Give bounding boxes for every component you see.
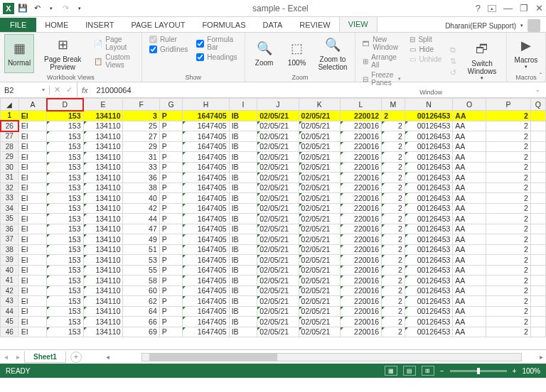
collapse-ribbon-icon[interactable]: ˆ (540, 72, 542, 80)
cell[interactable]: 02/05/21 (299, 203, 340, 214)
cell[interactable]: EI (18, 162, 47, 173)
cell[interactable]: 2 (486, 173, 530, 183)
cell[interactable]: EI (18, 234, 47, 245)
cell[interactable]: 00126453 (405, 203, 453, 214)
pagebreak-button[interactable]: ⊞Page Break Preview (37, 34, 88, 73)
cell[interactable]: 2 (382, 131, 405, 142)
cell[interactable]: 134110 (83, 306, 123, 317)
cell[interactable]: 2 (486, 121, 530, 131)
cell[interactable]: IB (229, 327, 257, 337)
row-header[interactable]: 39 (1, 255, 19, 266)
cell[interactable]: 02/05/21 (299, 285, 340, 296)
cell[interactable]: 153 (47, 203, 83, 214)
cell[interactable]: EI (18, 214, 47, 224)
cell[interactable]: 2 (382, 276, 405, 286)
row-header[interactable]: 33 (1, 193, 19, 204)
cell[interactable]: 1647405 (183, 162, 229, 173)
cell[interactable]: 02/05/21 (257, 265, 299, 276)
cell[interactable]: EI (18, 121, 47, 131)
row-header[interactable]: 42 (1, 285, 19, 296)
row-header[interactable]: 31 (1, 173, 19, 183)
cell[interactable]: 2 (486, 183, 530, 193)
cell[interactable] (530, 141, 545, 152)
col-header-M[interactable]: M (382, 99, 405, 111)
cell[interactable]: 02/05/21 (299, 121, 340, 131)
cell[interactable]: AA (453, 306, 486, 317)
cell[interactable] (530, 131, 545, 142)
fx-icon[interactable]: fx (77, 86, 92, 94)
user-name[interactable]: Dharani(ERP Support) (445, 22, 516, 30)
cell[interactable]: 02/05/21 (257, 203, 299, 214)
cell[interactable]: EI (18, 183, 47, 193)
cell[interactable]: 220016 (340, 285, 381, 296)
cell[interactable]: 1647405 (183, 244, 229, 255)
cell[interactable]: 153 (47, 152, 83, 163)
col-header-Q[interactable]: Q (530, 99, 545, 111)
cell[interactable]: 1647405 (183, 224, 229, 234)
cell[interactable]: 25 (123, 121, 159, 131)
tab-data[interactable]: DATA (255, 18, 291, 32)
cell[interactable]: 60 (123, 285, 159, 296)
tab-formulas[interactable]: FORMULAS (193, 18, 254, 32)
cell[interactable]: 220016 (340, 327, 381, 337)
cell[interactable]: EI (18, 296, 47, 307)
undo-dd[interactable]: ▾ (46, 3, 57, 14)
cell[interactable]: 134110 (83, 214, 123, 224)
cell[interactable]: 02/05/21 (299, 162, 340, 173)
cell[interactable]: 220016 (340, 255, 381, 266)
row-header[interactable]: 32 (1, 183, 19, 193)
cell[interactable]: EI (18, 131, 47, 142)
cell[interactable]: AA (453, 327, 486, 337)
cell[interactable]: AA (453, 111, 486, 121)
cell[interactable]: AA (453, 276, 486, 286)
cell[interactable]: IB (229, 121, 257, 131)
cell[interactable]: 02/05/21 (299, 255, 340, 266)
cell[interactable]: 02/05/21 (257, 141, 299, 152)
cell[interactable]: 1647405 (183, 306, 229, 317)
cell[interactable]: 02/05/21 (257, 276, 299, 286)
cell[interactable]: P (159, 162, 183, 173)
cell[interactable]: 2 (486, 327, 530, 337)
cell[interactable]: 00126453 (405, 152, 453, 163)
cell[interactable]: 02/05/21 (299, 141, 340, 152)
cell[interactable]: 153 (47, 244, 83, 255)
cell[interactable]: 220016 (340, 244, 381, 255)
cell[interactable]: AA (453, 244, 486, 255)
cell[interactable]: 1647405 (183, 173, 229, 183)
cell[interactable]: 2 (382, 296, 405, 307)
cell[interactable]: P (159, 141, 183, 152)
cell[interactable]: 134110 (83, 121, 123, 131)
cell[interactable] (530, 193, 545, 204)
cell[interactable]: EI (18, 193, 47, 204)
cell[interactable]: 2 (486, 224, 530, 234)
cell[interactable]: 44 (123, 214, 159, 224)
cell[interactable]: 2 (382, 152, 405, 163)
cell[interactable]: 2 (486, 131, 530, 142)
col-header-A[interactable]: A (18, 99, 47, 111)
col-header-D[interactable]: D (47, 99, 83, 111)
cell[interactable]: AA (453, 131, 486, 142)
sidebyside-icon[interactable]: ⧉ (450, 45, 456, 55)
row-header[interactable]: 43 (1, 296, 19, 307)
cell[interactable]: AA (453, 234, 486, 245)
cell[interactable]: IB (229, 234, 257, 245)
cell[interactable]: 00126453 (405, 162, 453, 173)
name-box[interactable]: B2▾ (0, 86, 50, 94)
cell[interactable]: 134110 (83, 173, 123, 183)
cell[interactable]: AA (453, 255, 486, 266)
row-header[interactable]: 41 (1, 276, 19, 286)
cell[interactable]: AA (453, 193, 486, 204)
cell[interactable]: IB (229, 317, 257, 327)
cell[interactable]: 134110 (83, 183, 123, 193)
ruler-checkbox[interactable]: Ruler (149, 36, 188, 43)
cell[interactable] (530, 285, 545, 296)
qat-dd[interactable]: ▾ (74, 3, 85, 14)
cell[interactable]: 2 (486, 276, 530, 286)
restore-icon[interactable]: ❐ (520, 3, 528, 13)
customviews-button[interactable]: 📋Custom Views (94, 53, 134, 69)
tab-home[interactable]: HOME (36, 18, 77, 32)
cell[interactable]: 02/05/21 (257, 183, 299, 193)
cell[interactable]: 153 (47, 296, 83, 307)
cell[interactable]: 2 (382, 306, 405, 317)
cell[interactable]: 134110 (83, 131, 123, 142)
